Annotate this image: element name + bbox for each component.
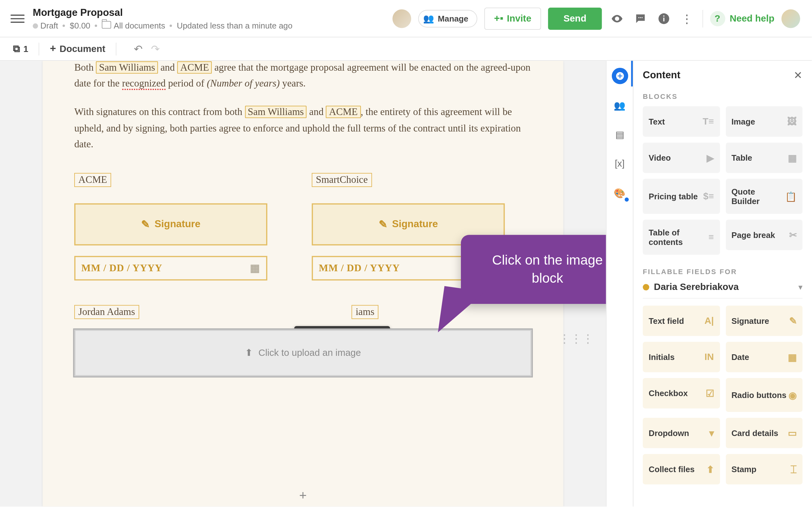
field-card-details[interactable]: Card details▭ — [725, 418, 802, 448]
document-title[interactable]: Mortgage Proposal — [33, 7, 293, 18]
field-collect-files[interactable]: Collect files⬆ — [643, 454, 720, 485]
separator — [116, 43, 116, 55]
meta-row: Draft $0.00 All documents Updated less t… — [33, 20, 293, 30]
fields-section-label: FILLABLE FIELDS FOR — [643, 268, 803, 276]
svg-point-0 — [638, 17, 639, 18]
block-toc[interactable]: Table of contents≡ — [643, 220, 720, 255]
assignee-selector[interactable]: Daria Serebriakova ▾ — [643, 282, 803, 298]
svg-rect-8 — [617, 75, 622, 76]
separator — [702, 9, 703, 27]
stamp-icon: ⌶ — [791, 464, 797, 474]
folder-link[interactable]: All documents — [102, 20, 165, 30]
paragraph[interactable]: Both Sam Williams and ACME agree that th… — [74, 61, 531, 92]
hamburger-icon[interactable] — [10, 11, 24, 25]
clipboard-icon: 📋 — [785, 191, 797, 202]
image-block-placeholder[interactable]: ⬆ Click to upload an image — [74, 330, 531, 377]
field-signature[interactable]: Signature✎ — [725, 305, 802, 336]
checkbox-icon: ☑ — [706, 388, 714, 399]
token-client[interactable]: Sam Williams — [96, 61, 158, 74]
instruction-callout: Click on the image block — [461, 235, 606, 304]
field-stamp[interactable]: Stamp⌶ — [725, 454, 802, 485]
token-client[interactable]: Sam Williams — [245, 106, 307, 118]
redo-icon[interactable]: ↷ — [151, 43, 160, 55]
spellcheck-word[interactable]: recognized — [122, 78, 166, 90]
token-company[interactable]: ACME — [177, 61, 212, 74]
assignee-name: Daria Serebriakova — [654, 282, 739, 292]
name-token[interactable]: iams — [351, 305, 378, 319]
signature-column-left: ACME ✎ Signature MM / DD / YYYY ▦ — [74, 173, 267, 280]
status-text: Draft — [33, 20, 58, 30]
field-text[interactable]: Text fieldA| — [643, 305, 720, 336]
person-add-icon: +▪ — [494, 13, 503, 24]
date-field[interactable]: MM / DD / YYYY ▦ — [74, 256, 267, 280]
block-text[interactable]: TextT≡ — [643, 107, 720, 137]
pen-icon: ✎ — [141, 218, 150, 231]
variables-tab-icon[interactable]: [x] — [612, 156, 628, 172]
party-token[interactable]: SmartChoice — [312, 173, 372, 187]
signature-field[interactable]: ✎ Signature — [74, 204, 267, 245]
block-image[interactable]: Image🖼 — [725, 107, 802, 137]
manage-button[interactable]: 👥 Manage — [418, 9, 477, 27]
block-pricing-table[interactable]: Pricing table$≡ — [643, 179, 720, 214]
plus-icon: + — [50, 43, 56, 55]
token-company[interactable]: ACME — [326, 106, 361, 118]
layout-tab-icon[interactable]: ▤ — [612, 126, 628, 143]
undo-icon[interactable]: ↶ — [134, 43, 143, 55]
svg-rect-5 — [663, 15, 664, 16]
separator — [39, 43, 39, 55]
drag-handle-icon[interactable]: ⋮⋮⋮ — [570, 332, 583, 345]
paragraph[interactable]: With signatures on this contract from bo… — [74, 104, 531, 152]
field-date[interactable]: Date▦ — [725, 342, 802, 372]
party-token[interactable]: ACME — [74, 173, 111, 187]
manage-label: Manage — [438, 14, 468, 23]
pages-indicator[interactable]: ⧉ 1 — [13, 43, 29, 55]
title-column: Mortgage Proposal Draft $0.00 All docume… — [33, 7, 293, 30]
field-initials[interactable]: InitialsIN — [643, 342, 720, 372]
preview-eye-icon[interactable] — [609, 10, 625, 26]
date-icon: ▦ — [788, 351, 797, 362]
secondary-toolbar: ⧉ 1 + Document ↶ ↷ — [0, 38, 812, 61]
add-document-button[interactable]: + Document — [50, 43, 105, 55]
more-menu-icon[interactable]: ⋮ — [679, 10, 695, 26]
separator-dot — [95, 24, 97, 26]
block-page-break[interactable]: Page break✂ — [725, 220, 802, 250]
field-checkbox[interactable]: Checkbox☑ — [643, 378, 720, 408]
assignee-color-dot — [643, 284, 649, 290]
text-icon: T≡ — [703, 116, 714, 127]
canvas-area[interactable]: Both Sam Williams and ACME agree that th… — [0, 61, 606, 507]
block-quote-builder[interactable]: Quote Builder📋 — [725, 179, 802, 214]
comments-icon[interactable] — [632, 10, 648, 26]
separator-dot — [170, 24, 172, 26]
invite-button[interactable]: +▪ Invite — [484, 7, 541, 30]
recipient-avatar[interactable] — [392, 9, 411, 28]
fields-grid: Text fieldA| Signature✎ InitialsIN Date▦… — [643, 305, 803, 484]
pages-icon: ⧉ — [13, 43, 20, 55]
field-dropdown[interactable]: Dropdown▾ — [643, 418, 720, 448]
svg-point-2 — [641, 17, 642, 18]
info-icon[interactable] — [655, 10, 672, 26]
add-block-plus-icon[interactable]: + — [299, 488, 307, 503]
upload-label: Click to upload an image — [258, 348, 361, 358]
invite-label: Invite — [507, 13, 531, 23]
field-radio[interactable]: Radio buttons◉ — [725, 378, 802, 412]
svg-rect-4 — [663, 17, 664, 21]
recipients-tab-icon[interactable]: 👥 — [612, 97, 628, 113]
block-table[interactable]: Table▦ — [725, 143, 802, 173]
user-avatar[interactable] — [781, 9, 800, 28]
blocks-section-label: BLOCKS — [643, 92, 803, 101]
scissors-icon: ✂ — [789, 229, 797, 240]
dropdown-icon: ▾ — [709, 428, 714, 439]
radio-icon: ◉ — [789, 389, 797, 400]
design-tab-icon[interactable]: 🎨 — [612, 185, 628, 201]
image-icon: 🖼 — [787, 116, 797, 127]
close-icon[interactable]: ✕ — [794, 69, 803, 82]
content-tab-icon[interactable] — [612, 68, 628, 84]
send-button[interactable]: Send — [548, 7, 602, 30]
help-link[interactable]: ? Need help — [710, 11, 774, 26]
blocks-grid: TextT≡ Image🖼 Video▶ Table▦ Pricing tabl… — [643, 107, 803, 255]
chevron-down-icon: ▾ — [798, 282, 803, 292]
name-token[interactable]: Jordan Adams — [74, 305, 139, 319]
block-video[interactable]: Video▶ — [643, 143, 720, 173]
calendar-icon: ▦ — [250, 262, 260, 275]
help-icon: ? — [710, 11, 725, 26]
